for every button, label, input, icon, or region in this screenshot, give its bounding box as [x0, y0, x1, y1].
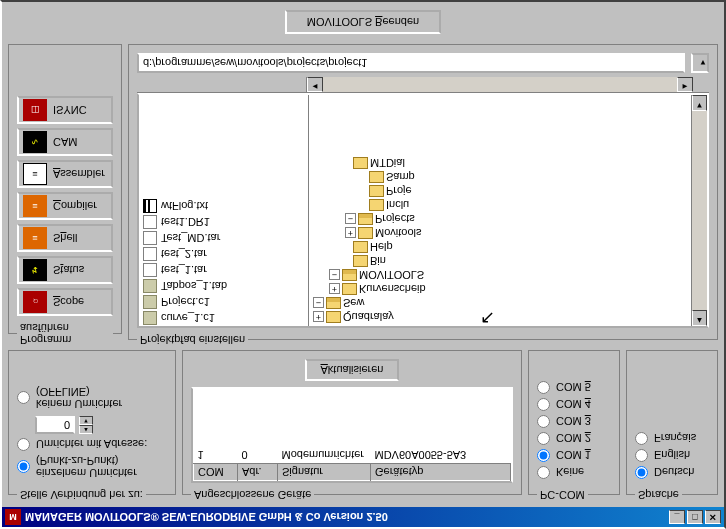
- scope-button[interactable]: ⌕ Scope: [17, 288, 113, 316]
- radio-address[interactable]: Umrichter mit Adresse:: [17, 438, 167, 451]
- tree-node: −Sew: [313, 296, 687, 310]
- radio-single-inverter[interactable]: einzelnem Umrichter(Punkt-zu-Punkt): [17, 455, 167, 479]
- file-icon: [143, 215, 157, 229]
- radio-com2[interactable]: COM 2: [537, 432, 611, 445]
- tree-node: Help: [313, 240, 687, 254]
- tree-node: MTDial: [313, 156, 687, 170]
- col-com[interactable]: COM: [194, 464, 238, 481]
- radio-offline-input[interactable]: [17, 392, 30, 405]
- devices-legend: Angeschlossene Geräte: [191, 489, 314, 501]
- address-field[interactable]: [35, 416, 75, 434]
- devices-table: COM Adr. Signatur Gerätetyp 1 0 Modemumr…: [193, 447, 511, 481]
- tree-node: −MOVITOOLS: [313, 268, 687, 282]
- assembler-icon: ≡: [23, 163, 47, 185]
- devices-table-wrap: COM Adr. Signatur Gerätetyp 1 0 Modemumr…: [191, 387, 513, 483]
- radio-com-none[interactable]: Keine: [537, 466, 611, 479]
- scroll-left-icon[interactable]: ◄: [307, 77, 323, 92]
- col-adr[interactable]: Adr.: [238, 464, 278, 481]
- compiler-button[interactable]: ≡ Compiler: [17, 192, 113, 220]
- refresh-button[interactable]: Aktualisieren: [305, 359, 400, 381]
- spin-down-icon[interactable]: ▼: [79, 416, 93, 425]
- folder-icon: [353, 157, 368, 169]
- isync-button[interactable]: ◫ ISYNC: [17, 96, 113, 124]
- collapse-icon[interactable]: −: [329, 270, 340, 281]
- pccom-group: PC-COM Keine COM 1 COM 2 COM 3 COM 4 COM…: [528, 350, 620, 501]
- project-path-field[interactable]: [137, 53, 685, 73]
- assembler-button[interactable]: ≡ Assembler: [17, 160, 113, 188]
- shell-icon: ≡: [23, 227, 47, 249]
- status-icon: ↯: [23, 259, 47, 281]
- tree-node: Samp: [313, 170, 687, 184]
- tree-node: +Movitools: [313, 226, 687, 240]
- close-button[interactable]: ✕: [705, 510, 721, 524]
- folder-icon: [326, 297, 341, 309]
- tree-hscrollbar[interactable]: ◄ ►: [137, 77, 709, 93]
- project-legend: Projektpfad einstellen: [137, 334, 248, 346]
- tree-node: Bin: [313, 254, 687, 268]
- spin-up-icon[interactable]: ▲: [79, 425, 93, 434]
- list-item[interactable]: test1.DR1: [139, 214, 308, 230]
- radio-single-inverter-input[interactable]: [17, 461, 30, 474]
- folder-icon: [326, 311, 341, 323]
- radio-lang-fr[interactable]: Français: [635, 432, 709, 445]
- scroll-down-icon[interactable]: ▼: [692, 95, 707, 111]
- folder-icon: [369, 199, 384, 211]
- folder-icon: [342, 283, 357, 295]
- folder-tree[interactable]: +Quadralay −Sew +Kurvenscheib −MOVITOOLS…: [309, 95, 691, 326]
- radio-com4[interactable]: COM 4: [537, 398, 611, 411]
- radio-com5[interactable]: COM 5: [537, 381, 611, 394]
- cam-button[interactable]: ∿ CAM: [17, 128, 113, 156]
- window-title: MANAGER MOVITOOLS® SEW-EURODRIVE GmbH & …: [25, 511, 388, 523]
- list-item[interactable]: test_1.tar: [139, 262, 308, 278]
- minimize-button[interactable]: _: [669, 510, 685, 524]
- list-item[interactable]: wtFlog.txt: [139, 198, 308, 214]
- list-item[interactable]: Project.c1: [139, 294, 308, 310]
- radio-lang-en[interactable]: English: [635, 449, 709, 462]
- address-spinner[interactable]: ▲ ▼: [79, 416, 93, 434]
- file-icon: [143, 279, 157, 293]
- radio-offline[interactable]: keinem Umrichter(OFFLINE): [17, 386, 167, 410]
- folder-icon: [342, 269, 357, 281]
- program-legend: Programm ausführen: [17, 322, 113, 346]
- devices-group: Angeschlossene Geräte COM Adr. Signatur …: [182, 350, 522, 501]
- folder-icon: [369, 171, 384, 183]
- app-icon: M: [5, 509, 21, 525]
- list-item[interactable]: Test_MD.tar: [139, 230, 308, 246]
- expand-icon[interactable]: +: [345, 228, 356, 239]
- path-dropdown-button[interactable]: ▼: [691, 53, 709, 73]
- radio-com3[interactable]: COM 3: [537, 415, 611, 428]
- maximize-button[interactable]: □: [687, 510, 703, 524]
- collapse-icon[interactable]: −: [313, 298, 324, 309]
- col-sig[interactable]: Signatur: [278, 464, 371, 481]
- file-icon: [143, 311, 157, 325]
- table-header-row: COM Adr. Signatur Gerätetyp: [194, 464, 511, 481]
- folder-icon: [358, 227, 373, 239]
- isync-icon: ◫: [23, 99, 47, 121]
- list-item[interactable]: curve_1.c1: [139, 310, 308, 326]
- shell-button[interactable]: ≡ Shell: [17, 224, 113, 252]
- file-icon: [143, 263, 157, 277]
- expand-icon[interactable]: +: [329, 284, 340, 295]
- col-typ[interactable]: Gerätetyp: [371, 464, 511, 481]
- table-row[interactable]: 1 0 Modemumrichter MDV60A0055-5A3: [194, 447, 511, 464]
- expand-icon[interactable]: +: [313, 312, 324, 323]
- file-icon: [143, 247, 157, 261]
- collapse-icon[interactable]: −: [345, 214, 356, 225]
- status-button[interactable]: ↯ Status: [17, 256, 113, 284]
- radio-address-input[interactable]: [17, 438, 30, 451]
- cam-icon: ∿: [23, 131, 47, 153]
- scroll-up-icon[interactable]: ▲: [692, 310, 707, 326]
- list-item[interactable]: Tabpos_1.tab: [139, 278, 308, 294]
- list-item[interactable]: test_2.tar: [139, 246, 308, 262]
- radio-com1[interactable]: COM 1: [537, 449, 611, 462]
- file-list[interactable]: curve_1.c1Project.c1Tabpos_1.tabtest_1.t…: [139, 95, 309, 326]
- pccom-legend: PC-COM: [537, 489, 588, 501]
- connection-legend: Stelle Verbindung her zu:: [17, 489, 146, 501]
- language-legend: Sprache: [635, 489, 682, 501]
- tree-node: +Kurvenscheib: [313, 282, 687, 296]
- tree-node: −Projects: [313, 212, 687, 226]
- tree-scrollbar[interactable]: ▲ ▼: [691, 95, 707, 326]
- exit-button[interactable]: MOVITOOLS Beenden: [285, 10, 441, 34]
- radio-lang-de[interactable]: Deutsch: [635, 466, 709, 479]
- scroll-right-icon[interactable]: ►: [677, 77, 693, 92]
